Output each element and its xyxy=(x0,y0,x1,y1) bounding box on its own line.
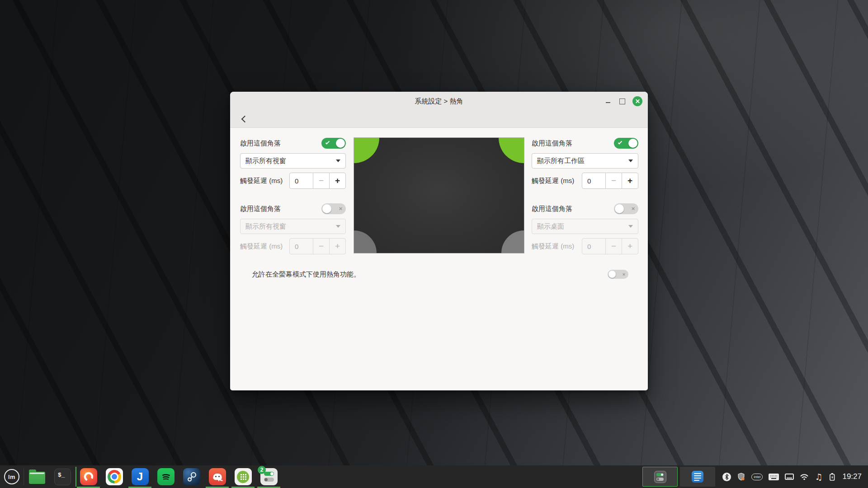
gimp-icon xyxy=(209,468,226,485)
fullscreen-hotcorners-row: 允許在全螢幕模式下使用熱角功能。 × xyxy=(252,270,628,279)
window-controls xyxy=(604,92,642,111)
display-icon[interactable] xyxy=(785,474,794,480)
delay-spinner: − + xyxy=(582,173,638,189)
enable-corner-toggle[interactable] xyxy=(614,138,638,149)
mint-logo-icon: lm xyxy=(4,469,19,484)
corner-action-dropdown[interactable]: 顯示所有視窗 xyxy=(240,153,346,169)
preview-corner-bottom-left xyxy=(354,230,377,253)
system-settings-launcher[interactable]: 2 xyxy=(256,465,282,488)
spotify-icon xyxy=(157,468,175,485)
steam-launcher[interactable] xyxy=(179,465,204,488)
enable-corner-toggle[interactable] xyxy=(321,138,346,149)
spotify-launcher[interactable] xyxy=(153,465,179,488)
enable-corner-toggle[interactable]: × xyxy=(321,203,346,214)
enable-corner-label: 啟用這個角落 xyxy=(240,205,281,213)
gimp-launcher[interactable] xyxy=(204,465,230,488)
delay-spinner: − + xyxy=(289,173,346,189)
fullscreen-hotcorners-label: 允許在全螢幕模式下使用熱角功能。 xyxy=(252,270,360,279)
app-grid-launcher[interactable] xyxy=(230,465,256,488)
delay-spinner: − + xyxy=(582,238,638,254)
increment-button[interactable]: + xyxy=(622,239,638,254)
chevron-down-icon xyxy=(336,225,340,228)
corner-top-left-section: 啟用這個角落 顯示所有視窗 觸發延遲 (ms) − + xyxy=(240,137,346,189)
increment-button[interactable]: + xyxy=(329,239,345,254)
folder-icon xyxy=(29,472,45,484)
hot-corner-preview xyxy=(354,137,524,253)
hot-corners-panel: 啟用這個角落 顯示所有視窗 觸發延遲 (ms) − + xyxy=(230,128,648,390)
music-player-icon[interactable]: ♫ xyxy=(815,473,822,481)
corner-action-dropdown[interactable]: 顯示所有視窗 xyxy=(240,219,346,234)
window-title: 系統設定 > 熱角 xyxy=(415,97,463,106)
chevron-down-icon xyxy=(628,225,633,228)
window-header: 系統設定 > 熱角 xyxy=(230,92,648,128)
steam-icon xyxy=(183,468,200,485)
maximize-button[interactable] xyxy=(618,98,626,105)
app-grid-icon xyxy=(235,468,252,485)
window-count-badge: 2 xyxy=(258,466,266,474)
preview-corner-top-right xyxy=(499,137,524,163)
clock[interactable]: 19:27 xyxy=(842,472,862,481)
firefox-launcher[interactable] xyxy=(75,465,101,488)
jdownloader-icon: J xyxy=(132,468,149,485)
wifi-icon[interactable] xyxy=(800,473,809,480)
right-corner-column: 啟用這個角落 顯示所有工作區 觸發延遲 (ms) − + xyxy=(532,128,638,254)
enable-corner-toggle[interactable]: × xyxy=(614,203,638,214)
system-tray: intel ♫ xyxy=(722,473,836,481)
minimize-button[interactable] xyxy=(604,98,612,105)
fullscreen-hotcorners-toggle[interactable]: × xyxy=(608,270,628,279)
file-manager-launcher[interactable] xyxy=(24,465,50,488)
shield-update-icon[interactable] xyxy=(737,473,745,481)
terminal-launcher[interactable]: $_ xyxy=(50,465,75,488)
delay-label: 觸發延遲 (ms) xyxy=(240,242,283,251)
mint-menu-button[interactable]: lm xyxy=(0,465,24,488)
increment-button[interactable]: + xyxy=(329,173,345,188)
back-button[interactable] xyxy=(238,113,250,125)
chevron-down-icon xyxy=(336,160,340,162)
chevron-down-icon xyxy=(628,160,633,162)
taskbar: lm $_ J xyxy=(0,465,868,488)
corner-action-dropdown[interactable]: 顯示桌面 xyxy=(532,219,638,234)
window-list-indicator xyxy=(75,467,76,487)
x-icon: × xyxy=(339,205,342,212)
delay-label: 觸發延遲 (ms) xyxy=(532,242,574,251)
window-button-settings[interactable] xyxy=(642,467,678,487)
delay-input[interactable] xyxy=(582,173,605,188)
increment-button[interactable]: + xyxy=(622,173,638,188)
firefox-icon xyxy=(80,468,97,485)
enable-corner-label: 啟用這個角落 xyxy=(240,139,281,148)
close-button[interactable] xyxy=(632,96,642,106)
delay-label: 觸發延遲 (ms) xyxy=(532,177,574,185)
jdownloader-launcher[interactable]: J xyxy=(127,465,153,488)
intel-graphics-icon[interactable]: intel xyxy=(751,474,763,480)
delay-label: 觸發延遲 (ms) xyxy=(240,177,283,185)
x-icon: × xyxy=(623,272,625,277)
corner-bottom-left-section: 啟用這個角落 × 顯示所有視窗 觸發延遲 (ms) − + xyxy=(240,203,346,254)
chrome-launcher[interactable] xyxy=(101,465,127,488)
settings-window: 系統設定 > 熱角 啟用這個角落 顯示所有視窗 xyxy=(230,92,648,390)
window-button-text-editor[interactable] xyxy=(680,467,715,487)
delay-input[interactable] xyxy=(290,173,313,188)
preview-corner-top-left xyxy=(354,137,379,163)
chrome-icon xyxy=(106,468,123,485)
text-editor-icon xyxy=(692,471,703,483)
terminal-icon: $_ xyxy=(54,469,71,485)
preview-corner-bottom-right xyxy=(501,230,524,253)
check-icon xyxy=(618,140,622,144)
decrement-button[interactable]: − xyxy=(605,173,622,188)
corner-action-dropdown[interactable]: 顯示所有工作區 xyxy=(532,153,638,169)
delay-input[interactable] xyxy=(582,239,605,254)
decrement-button[interactable]: − xyxy=(313,173,329,188)
x-icon: × xyxy=(631,205,635,212)
corner-bottom-right-section: 啟用這個角落 × 顯示桌面 觸發延遲 (ms) − + xyxy=(532,203,638,254)
check-icon xyxy=(326,140,330,144)
window-list xyxy=(642,467,715,487)
titlebar[interactable]: 系統設定 > 熱角 xyxy=(230,92,648,111)
delay-input[interactable] xyxy=(290,239,313,254)
keyboard-icon[interactable] xyxy=(769,474,779,480)
corner-top-right-section: 啟用這個角落 顯示所有工作區 觸發延遲 (ms) − + xyxy=(532,137,638,189)
decrement-button[interactable]: − xyxy=(605,239,622,254)
settings-window-icon xyxy=(654,471,666,483)
decrement-button[interactable]: − xyxy=(313,239,329,254)
bluetooth-icon[interactable] xyxy=(722,473,731,481)
battery-icon[interactable] xyxy=(828,473,836,481)
